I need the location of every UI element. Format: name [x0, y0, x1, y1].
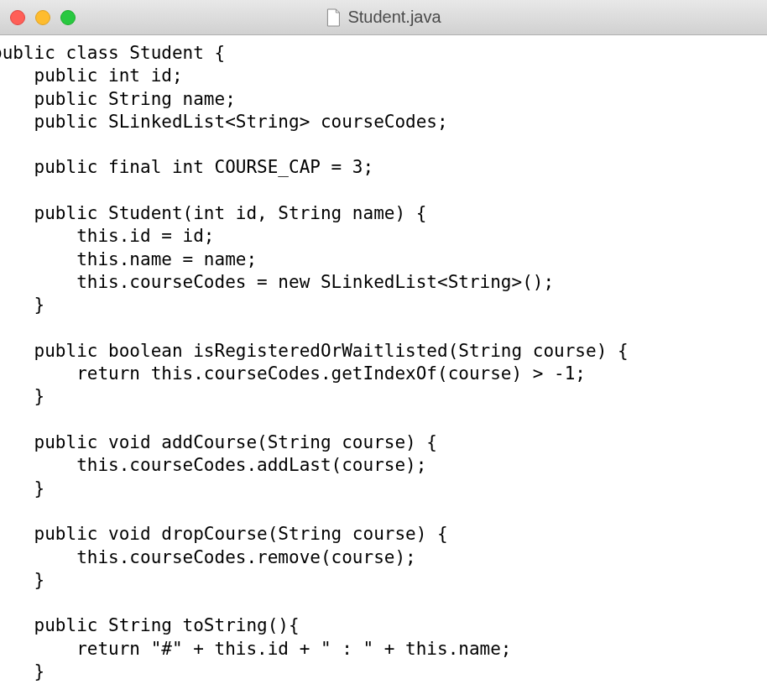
traffic-lights [0, 10, 76, 25]
window-title: Student.java [347, 8, 441, 27]
code-text[interactable]: public class Student { public int id; pu… [0, 42, 767, 700]
titlebar[interactable]: Student.java [0, 0, 767, 35]
close-button[interactable] [10, 10, 25, 25]
window: Student.java public class Student { publ… [0, 0, 767, 700]
minimize-button[interactable] [35, 10, 50, 25]
maximize-button[interactable] [60, 10, 76, 25]
editor-content[interactable]: public class Student { public int id; pu… [0, 35, 767, 700]
title-area: Student.java [326, 8, 441, 27]
file-icon [326, 8, 341, 27]
